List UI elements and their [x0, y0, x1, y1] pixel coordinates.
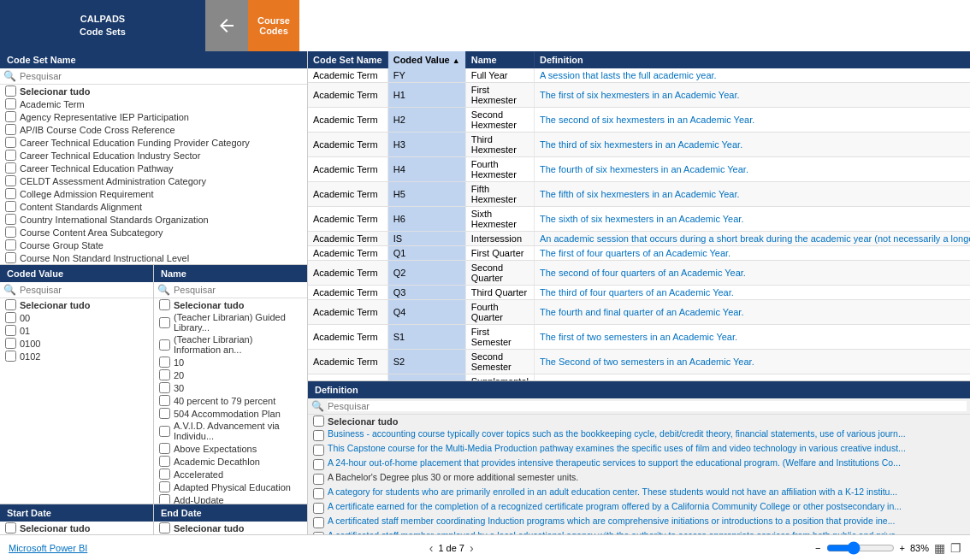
prev-page-button[interactable]: ‹ — [429, 541, 434, 555]
def-item[interactable]: A 24-hour out-of-home placement that pro… — [308, 457, 970, 471]
table-row[interactable]: Academic Term H3 Third Hexmester The thi… — [308, 133, 970, 157]
data-table-container[interactable]: Code Set Name Coded Value ▲ Name Definit… — [308, 51, 970, 380]
zoom-in-icon[interactable]: + — [900, 543, 905, 553]
cell-definition: A session that lasts the full academic y… — [534, 68, 970, 83]
name-select-all[interactable]: Selecionar tudo — [154, 298, 307, 311]
col-header-name[interactable]: Name — [465, 51, 534, 68]
name-item-10[interactable]: 10 — [154, 356, 307, 368]
end-select-all[interactable]: Selecionar tudo — [154, 522, 307, 534]
col-header-coded-value[interactable]: Coded Value ▲ — [387, 51, 465, 68]
filter-item-content[interactable]: Content Standards Alignment — [0, 200, 307, 213]
code-set-select-all[interactable]: Selecionar tudo — [0, 85, 307, 97]
name-item-504[interactable]: 504 Accommodation Plan — [154, 407, 307, 420]
filter-item-course-content[interactable]: Course Content Area Subcategory — [0, 226, 307, 239]
fullscreen-icon[interactable]: ❐ — [950, 541, 961, 555]
cell-definition: The third of four quarters of an Academi… — [534, 286, 970, 300]
name-search-input[interactable] — [174, 285, 304, 295]
def-item-checkbox-0[interactable] — [313, 430, 324, 441]
zoom-out-icon[interactable]: − — [815, 543, 820, 553]
filter-item-course-non[interactable]: Course Non Standard Instructional Level — [0, 251, 307, 264]
table-row[interactable]: Academic Term Q1 First Quarter The first… — [308, 246, 970, 261]
name-item-adapted[interactable]: Adapted Physical Education — [154, 480, 307, 493]
name-item-30[interactable]: 30 — [154, 381, 307, 394]
code-set-select-all-checkbox[interactable] — [5, 85, 16, 97]
start-select-all[interactable]: Selecionar tudo — [0, 522, 153, 534]
cell-definition: The second of six hexmesters in an Acade… — [534, 108, 970, 133]
table-row[interactable]: Academic Term Q2 Second Quarter The seco… — [308, 261, 970, 286]
def-item-checkbox-1[interactable] — [313, 445, 324, 456]
table-row[interactable]: Academic Term H2 Second Hexmester The se… — [308, 108, 970, 133]
name-item-academic-decathlon[interactable]: Academic Decathlon — [154, 455, 307, 468]
def-item[interactable]: A certificate earned for the completion … — [308, 500, 970, 515]
next-page-button[interactable]: › — [470, 541, 474, 555]
def-item-checkbox-3[interactable] — [313, 474, 324, 485]
filter-item-course-group[interactable]: Course Group State — [0, 239, 307, 251]
table-row[interactable]: Academic Term H5 Fifth Hexmester The fif… — [308, 182, 970, 207]
coded-item-0102[interactable]: 0102 — [0, 350, 153, 363]
filter-item-apib[interactable]: AP/IB Course Code Cross Reference — [0, 123, 307, 136]
cell-code-set: Academic Term — [308, 246, 387, 261]
name-item-teacher1[interactable]: (Teacher Librarian) Guided Library... — [154, 311, 307, 333]
def-select-all[interactable]: Selecionar tudo — [308, 415, 970, 427]
name-item-teacher2[interactable]: (Teacher Librarian) Information an... — [154, 333, 307, 356]
filter-item-cte-pathway[interactable]: Career Technical Education Pathway — [0, 162, 307, 174]
course-codes-button[interactable]: Course Codes — [248, 0, 299, 51]
powerbi-link[interactable]: Microsoft Power BI — [9, 543, 87, 553]
table-row[interactable]: Academic Term H4 Fourth Hexmester The fo… — [308, 157, 970, 182]
filter-item-celdt[interactable]: CELDT Assessment Administration Category — [0, 174, 307, 187]
filter-item-college[interactable]: College Admission Requirement — [0, 187, 307, 200]
def-item[interactable]: This Capstone course for the Multi-Media… — [308, 442, 970, 457]
cell-definition: The third of six hexmesters in an Academ… — [534, 133, 970, 157]
table-row[interactable]: Academic Term H1 First Hexmester The fir… — [308, 83, 970, 108]
name-item-40pct[interactable]: 40 percent to 79 percent — [154, 394, 307, 407]
table-row[interactable]: Academic Term Q3 Third Quarter The third… — [308, 286, 970, 300]
filter-item-agency-rep[interactable]: Agency Representative IEP Participation — [0, 110, 307, 123]
back-button[interactable] — [205, 0, 248, 51]
name-item-avid[interactable]: A.V.I.D. Advancement via Individu... — [154, 420, 307, 442]
zoom-slider[interactable] — [826, 541, 895, 555]
filter-item-academic-term[interactable]: Academic Term — [0, 97, 307, 110]
name-item-20[interactable]: 20 — [154, 368, 307, 381]
filter-item-country[interactable]: Country International Standards Organiza… — [0, 213, 307, 226]
table-row[interactable]: Academic Term S1 First Semester The firs… — [308, 325, 970, 350]
code-set-search-input[interactable] — [20, 71, 304, 81]
table-row[interactable]: Academic Term H6 Sixth Hexmester The six… — [308, 207, 970, 232]
def-item-checkbox-4[interactable] — [313, 488, 324, 499]
coded-search-icon: 🔍 — [3, 284, 16, 296]
filter-item-cte-industry[interactable]: Career Technical Education Industry Sect… — [0, 149, 307, 162]
def-item[interactable]: A certificated staff member coordinating… — [308, 515, 970, 529]
def-item-label-4: A category for students who are primaril… — [328, 486, 897, 497]
fit-page-icon[interactable]: ▦ — [934, 541, 945, 555]
table-row[interactable]: Academic Term IS Intersession An academi… — [308, 232, 970, 246]
cell-name: Supplemental Session — [465, 374, 534, 381]
cell-definition: The second of four quarters of an Academ… — [534, 261, 970, 286]
cell-definition: The sixth of six hexmesters in an Academ… — [534, 207, 970, 232]
end-date-filter: End Date Selecionar tudo (Em branco) 6/3… — [154, 504, 307, 534]
col-header-definition[interactable]: Definition — [534, 51, 970, 68]
coded-item-0100[interactable]: 0100 — [0, 337, 153, 350]
name-item-add-update[interactable]: Add-Update — [154, 493, 307, 504]
table-row[interactable]: Academic Term S2 Second Semester The Sec… — [308, 350, 970, 374]
coded-item-00[interactable]: 00 — [0, 311, 153, 324]
coded-value-search-input[interactable] — [20, 285, 150, 295]
cell-name: Third Quarter — [465, 286, 534, 300]
filter-item-cte-funding[interactable]: Career Technical Education Funding Provi… — [0, 136, 307, 149]
def-item[interactable]: A Bachelor's Degree plus 30 or more addi… — [308, 471, 970, 486]
table-body: Academic Term FY Full Year A session tha… — [308, 68, 970, 380]
coded-select-all[interactable]: Selecionar tudo — [0, 298, 153, 311]
name-item-above[interactable]: Above Expectations — [154, 442, 307, 455]
coded-item-01[interactable]: 01 — [0, 324, 153, 337]
table-row[interactable]: Academic Term FY Full Year A session tha… — [308, 68, 970, 83]
name-item-accelerated[interactable]: Accelerated — [154, 468, 307, 480]
col-header-code-set[interactable]: Code Set Name — [308, 51, 387, 68]
table-row[interactable]: Academic Term Q4 Fourth Quarter The four… — [308, 300, 970, 325]
def-item-checkbox-2[interactable] — [313, 459, 324, 470]
def-item[interactable]: A category for students who are primaril… — [308, 486, 970, 500]
def-item[interactable]: Business - accounting course typically c… — [308, 427, 970, 442]
def-item-checkbox-6[interactable] — [313, 517, 324, 528]
cell-definition: The fifth of six hexmesters in an Academ… — [534, 182, 970, 207]
definition-search-input[interactable] — [328, 401, 967, 411]
def-item-checkbox-5[interactable] — [313, 503, 324, 514]
table-row[interactable]: Academic Term SP Supplemental Session A … — [308, 374, 970, 381]
cell-code-set: Academic Term — [308, 108, 387, 133]
